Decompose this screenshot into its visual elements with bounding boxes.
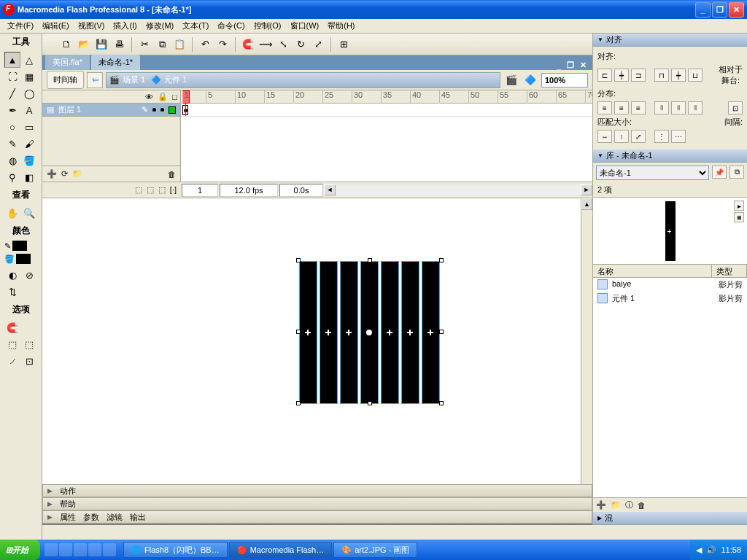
rotate-button[interactable]: ↻ <box>293 36 309 52</box>
tray-icon[interactable]: 🔊 <box>706 545 716 555</box>
align-vcenter-button[interactable]: ┿ <box>671 69 686 82</box>
rectangle-tool[interactable]: ▭ <box>21 119 37 135</box>
ql-item[interactable] <box>59 543 72 556</box>
menu-text[interactable]: 文本(T) <box>178 19 213 33</box>
option-6[interactable]: ⊡ <box>21 353 37 369</box>
center-point[interactable] <box>366 330 372 335</box>
help-panel-header[interactable]: ▶帮助 <box>42 497 592 510</box>
line-tool[interactable]: ╱ <box>4 85 20 101</box>
preview-stop-button[interactable]: ◾ <box>734 212 744 222</box>
ink-bottle-tool[interactable]: ◍ <box>4 152 20 168</box>
doc-tab-1[interactable]: 美国.fla* <box>45 55 90 70</box>
preview-play-button[interactable]: ▸ <box>734 201 744 211</box>
stroke-swatch[interactable] <box>12 241 27 251</box>
close-button[interactable]: ✕ <box>729 2 744 18</box>
pin-library-button[interactable]: 📌 <box>712 166 727 179</box>
subselection-tool[interactable]: △ <box>21 52 37 68</box>
selection-handle[interactable] <box>296 401 301 405</box>
minimize-button[interactable]: _ <box>695 2 711 18</box>
align-bottom-button[interactable]: ⊔ <box>688 69 703 82</box>
dist-left-button[interactable]: ⦀ <box>654 101 669 114</box>
library-panel-title[interactable]: ▼库 - 未命名-1 <box>593 149 747 163</box>
swap-colors-button[interactable]: ⇅ <box>4 284 20 300</box>
onion-skin-button[interactable]: ⬚ <box>135 185 142 195</box>
selection-tool[interactable]: ▲ <box>4 52 20 68</box>
space-v-button[interactable]: ⋮ <box>654 130 669 143</box>
menu-view[interactable]: 视图(V) <box>74 19 109 33</box>
actions-panel-header[interactable]: ▶动作 <box>42 484 592 497</box>
option-5[interactable]: ⟋ <box>4 353 20 369</box>
lasso-tool[interactable]: ◯ <box>21 85 37 101</box>
library-item[interactable]: baiye 影片剪 <box>593 278 747 292</box>
dist-hcenter-button[interactable]: ⦀ <box>671 101 686 114</box>
eyedropper-tool[interactable]: ⚲ <box>4 169 20 185</box>
add-guide-button[interactable]: ⟳ <box>61 169 68 179</box>
timeline-toggle-button[interactable]: 时间轴 <box>47 71 84 89</box>
properties-panel-header[interactable]: ▶ 属性 参数 滤镜 输出 <box>42 510 592 524</box>
space-h-button[interactable]: ⋯ <box>671 130 686 143</box>
task-button[interactable]: 🔴Macromedia Flash… <box>229 542 332 558</box>
layer-visible-dot[interactable] <box>152 108 156 112</box>
dist-right-button[interactable]: ⦀ <box>688 101 703 114</box>
option-3[interactable]: ⬚ <box>4 336 20 352</box>
selection-handle[interactable] <box>296 330 301 334</box>
stage[interactable] <box>42 198 568 505</box>
doc-tab-2[interactable]: 未命名-1* <box>91 55 140 70</box>
scale-button[interactable]: ⤢ <box>310 36 326 52</box>
edit-symbol-button[interactable]: 🔷 <box>522 72 538 88</box>
pen-tool[interactable]: ✒ <box>4 102 20 118</box>
match-both-button[interactable]: ⤢ <box>631 130 646 143</box>
undo-button[interactable]: ↶ <box>197 36 213 52</box>
selected-group[interactable] <box>299 261 442 404</box>
align-panel-title[interactable]: ▼对齐 <box>593 34 747 47</box>
doc-restore[interactable]: ❐ <box>564 61 577 70</box>
align-top-button[interactable]: ⊓ <box>654 69 669 82</box>
match-width-button[interactable]: ↔ <box>597 130 612 143</box>
ql-item[interactable] <box>74 543 87 556</box>
selection-handle[interactable] <box>368 401 372 405</box>
print-button[interactable]: 🖶 <box>111 36 127 52</box>
straighten-button[interactable]: ⤡ <box>275 36 291 52</box>
free-transform-tool[interactable]: ⛶ <box>4 69 20 85</box>
clock[interactable]: 11:58 <box>721 545 741 554</box>
frame-ruler[interactable]: 15101520253035404550556065707580 <box>181 90 592 104</box>
stage-vscroll[interactable]: ▲ ▼ <box>581 198 592 502</box>
new-symbol-button[interactable]: ➕ <box>596 500 606 510</box>
doc-close[interactable]: ✕ <box>577 61 589 70</box>
fill-swatch[interactable] <box>16 254 31 264</box>
save-button[interactable]: 💾 <box>93 36 109 52</box>
scene-crumb[interactable]: 🎬 场景 1 <box>109 74 145 85</box>
text-tool[interactable]: A <box>21 102 37 118</box>
tl-scroll-left[interactable]: ◄ <box>324 184 336 195</box>
layer-lock-dot[interactable] <box>160 108 164 112</box>
to-stage-button[interactable]: ⊡ <box>728 101 743 114</box>
tl-scroll-track[interactable] <box>336 184 581 196</box>
paint-bucket-tool[interactable]: 🪣 <box>21 152 37 168</box>
match-height-button[interactable]: ↕ <box>614 130 629 143</box>
redo-button[interactable]: ↷ <box>214 36 231 52</box>
menu-control[interactable]: 控制(O) <box>249 19 286 33</box>
properties-button[interactable]: ⓘ <box>625 499 633 510</box>
selection-handle[interactable] <box>439 258 444 262</box>
ql-item[interactable] <box>103 543 116 556</box>
menu-modify[interactable]: 修改(M) <box>142 19 179 33</box>
paste-button[interactable]: 📋 <box>171 36 187 52</box>
menu-insert[interactable]: 插入(I) <box>109 19 141 33</box>
edit-multi-button[interactable]: ⬚ <box>158 185 166 195</box>
start-button[interactable]: ⊞ 开始 <box>0 540 40 560</box>
oval-tool[interactable]: ○ <box>4 119 20 135</box>
layer-row[interactable]: ▤ 图层 1 ✎ <box>42 104 180 117</box>
add-layer-button[interactable]: ➕ <box>47 169 57 179</box>
copy-button[interactable]: ⧉ <box>154 36 170 52</box>
align-left-button[interactable]: ⊏ <box>597 69 612 82</box>
frame-row[interactable] <box>181 104 592 117</box>
lock-icon[interactable]: 🔒 <box>158 92 168 101</box>
symbol-crumb[interactable]: 🔷 元件 1 <box>151 74 187 85</box>
align-hcenter-button[interactable]: ┿ <box>614 69 629 82</box>
tray-icon[interactable]: ◀ <box>696 545 702 555</box>
new-button[interactable]: 🗋 <box>58 36 74 52</box>
selection-handle[interactable] <box>439 330 444 334</box>
task-button[interactable]: 🌐Flash8（闪吧）BB… <box>123 542 228 558</box>
snap-button[interactable]: 🧲 <box>240 36 256 52</box>
task-button[interactable]: 🎨art2.JPG - 画图 <box>333 542 417 558</box>
